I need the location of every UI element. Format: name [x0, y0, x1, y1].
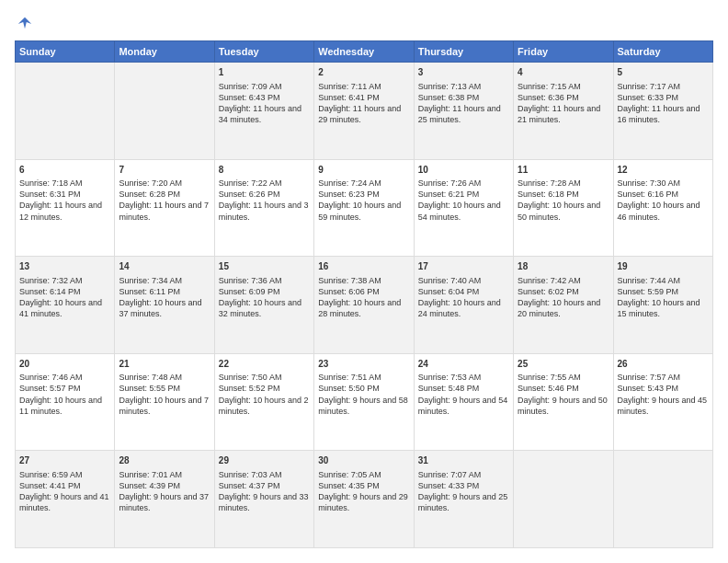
- calendar-header-row: SundayMondayTuesdayWednesdayThursdayFrid…: [16, 41, 713, 63]
- day-number: 10: [418, 164, 509, 177]
- day-number: 15: [219, 260, 310, 273]
- calendar-day-cell: 12Sunrise: 7:30 AMSunset: 6:16 PMDayligh…: [613, 159, 712, 257]
- calendar-day-cell: 11Sunrise: 7:28 AMSunset: 6:18 PMDayligh…: [514, 159, 613, 257]
- day-number: 6: [19, 164, 110, 177]
- calendar-day-cell: 14Sunrise: 7:34 AMSunset: 6:11 PMDayligh…: [115, 257, 214, 354]
- calendar-week-row: 6Sunrise: 7:18 AMSunset: 6:31 PMDaylight…: [16, 159, 713, 257]
- day-number: 14: [119, 260, 210, 273]
- calendar-day-cell: 24Sunrise: 7:53 AMSunset: 5:48 PMDayligh…: [414, 353, 513, 451]
- calendar-day-cell: 19Sunrise: 7:44 AMSunset: 5:59 PMDayligh…: [613, 257, 712, 354]
- day-number: 31: [418, 454, 509, 467]
- calendar-day-cell: 31Sunrise: 7:07 AMSunset: 4:33 PMDayligh…: [414, 451, 513, 548]
- calendar-day-cell: 30Sunrise: 7:05 AMSunset: 4:35 PMDayligh…: [314, 451, 414, 548]
- calendar-week-row: 13Sunrise: 7:32 AMSunset: 6:14 PMDayligh…: [16, 257, 713, 354]
- calendar-day-cell: [115, 63, 214, 160]
- calendar-day-cell: 18Sunrise: 7:42 AMSunset: 6:02 PMDayligh…: [514, 257, 613, 354]
- calendar-day-cell: [613, 451, 712, 548]
- calendar-day-cell: 27Sunrise: 6:59 AMSunset: 4:41 PMDayligh…: [16, 451, 115, 548]
- day-number: 18: [518, 260, 609, 273]
- calendar-day-cell: 21Sunrise: 7:48 AMSunset: 5:55 PMDayligh…: [115, 353, 214, 451]
- calendar-weekday-header: Saturday: [613, 41, 712, 63]
- calendar-weekday-header: Sunday: [16, 41, 115, 63]
- calendar-day-cell: 5Sunrise: 7:17 AMSunset: 6:33 PMDaylight…: [613, 63, 712, 160]
- calendar-day-cell: 28Sunrise: 7:01 AMSunset: 4:39 PMDayligh…: [115, 451, 214, 548]
- calendar-day-cell: [16, 63, 115, 160]
- calendar-day-cell: 8Sunrise: 7:22 AMSunset: 6:26 PMDaylight…: [214, 159, 313, 257]
- day-number: 24: [418, 358, 509, 371]
- day-number: 26: [618, 358, 709, 371]
- calendar-week-row: 1Sunrise: 7:09 AMSunset: 6:43 PMDaylight…: [16, 63, 713, 160]
- day-number: 1: [219, 66, 310, 79]
- day-number: 2: [318, 66, 409, 79]
- day-number: 29: [219, 454, 310, 467]
- day-number: 20: [19, 358, 110, 371]
- page: SundayMondayTuesdayWednesdayThursdayFrid…: [0, 0, 728, 563]
- calendar-day-cell: 17Sunrise: 7:40 AMSunset: 6:04 PMDayligh…: [414, 257, 513, 354]
- day-number: 22: [219, 358, 310, 371]
- day-number: 8: [219, 164, 310, 177]
- calendar-day-cell: 23Sunrise: 7:51 AMSunset: 5:50 PMDayligh…: [314, 353, 414, 451]
- svg-marker-0: [18, 17, 31, 29]
- day-number: 13: [19, 260, 110, 273]
- day-number: 28: [119, 454, 210, 467]
- calendar-weekday-header: Wednesday: [314, 41, 414, 63]
- calendar-day-cell: 10Sunrise: 7:26 AMSunset: 6:21 PMDayligh…: [414, 159, 513, 257]
- day-number: 27: [19, 454, 110, 467]
- calendar-day-cell: 29Sunrise: 7:03 AMSunset: 4:37 PMDayligh…: [214, 451, 313, 548]
- logo-text: [15, 15, 35, 31]
- calendar-day-cell: 16Sunrise: 7:38 AMSunset: 6:06 PMDayligh…: [314, 257, 414, 354]
- day-number: 19: [618, 260, 709, 273]
- day-number: 16: [318, 260, 409, 273]
- day-number: 11: [518, 164, 609, 177]
- day-number: 7: [119, 164, 210, 177]
- header: [15, 15, 713, 31]
- calendar-week-row: 20Sunrise: 7:46 AMSunset: 5:57 PMDayligh…: [16, 353, 713, 451]
- calendar-weekday-header: Thursday: [414, 41, 513, 63]
- day-number: 21: [119, 358, 210, 371]
- calendar-day-cell: [514, 451, 613, 548]
- calendar-table: SundayMondayTuesdayWednesdayThursdayFrid…: [15, 40, 713, 548]
- logo: [15, 15, 35, 31]
- calendar-day-cell: 3Sunrise: 7:13 AMSunset: 6:38 PMDaylight…: [414, 63, 513, 160]
- calendar-day-cell: 1Sunrise: 7:09 AMSunset: 6:43 PMDaylight…: [214, 63, 313, 160]
- calendar-week-row: 27Sunrise: 6:59 AMSunset: 4:41 PMDayligh…: [16, 451, 713, 548]
- day-number: 25: [518, 358, 609, 371]
- calendar-day-cell: 9Sunrise: 7:24 AMSunset: 6:23 PMDaylight…: [314, 159, 414, 257]
- day-number: 23: [318, 358, 409, 371]
- day-number: 3: [418, 66, 509, 79]
- day-number: 9: [318, 164, 409, 177]
- day-number: 30: [318, 454, 409, 467]
- calendar-weekday-header: Friday: [514, 41, 613, 63]
- calendar-day-cell: 6Sunrise: 7:18 AMSunset: 6:31 PMDaylight…: [16, 159, 115, 257]
- calendar-day-cell: 20Sunrise: 7:46 AMSunset: 5:57 PMDayligh…: [16, 353, 115, 451]
- calendar-day-cell: 7Sunrise: 7:20 AMSunset: 6:28 PMDaylight…: [115, 159, 214, 257]
- calendar-day-cell: 22Sunrise: 7:50 AMSunset: 5:52 PMDayligh…: [214, 353, 313, 451]
- calendar-weekday-header: Monday: [115, 41, 214, 63]
- calendar-weekday-header: Tuesday: [214, 41, 313, 63]
- calendar-day-cell: 4Sunrise: 7:15 AMSunset: 6:36 PMDaylight…: [514, 63, 613, 160]
- day-number: 4: [518, 66, 609, 79]
- day-number: 12: [618, 164, 709, 177]
- calendar-day-cell: 2Sunrise: 7:11 AMSunset: 6:41 PMDaylight…: [314, 63, 414, 160]
- day-number: 17: [418, 260, 509, 273]
- calendar-day-cell: 15Sunrise: 7:36 AMSunset: 6:09 PMDayligh…: [214, 257, 313, 354]
- calendar-day-cell: 25Sunrise: 7:55 AMSunset: 5:46 PMDayligh…: [514, 353, 613, 451]
- day-number: 5: [618, 66, 709, 79]
- logo-bird-icon: [17, 15, 33, 31]
- calendar-day-cell: 26Sunrise: 7:57 AMSunset: 5:43 PMDayligh…: [613, 353, 712, 451]
- calendar-day-cell: 13Sunrise: 7:32 AMSunset: 6:14 PMDayligh…: [16, 257, 115, 354]
